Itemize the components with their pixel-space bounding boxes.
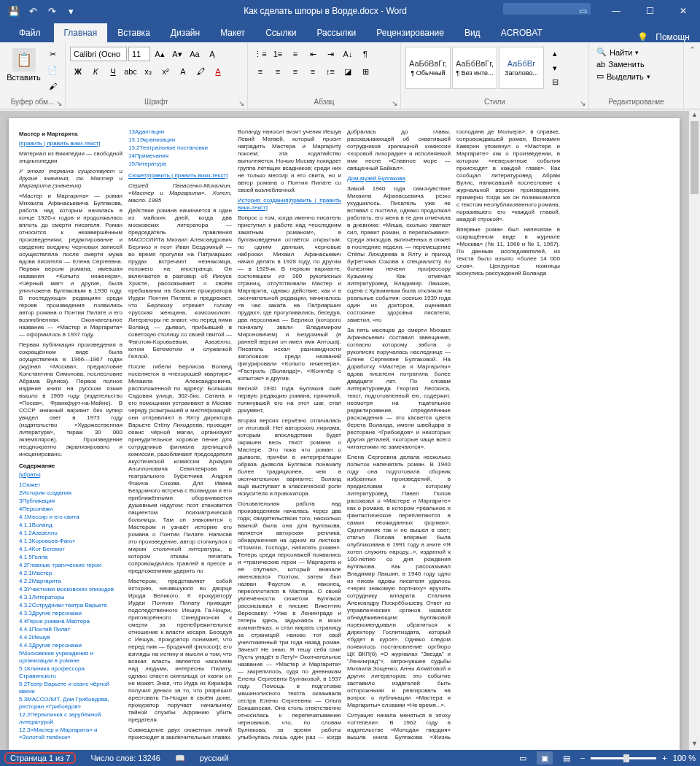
toc-entry[interactable]: 1Сюжет [19, 481, 122, 489]
maximize-icon[interactable]: ☐ [633, 0, 666, 22]
toc-entry[interactable]: 4.3.2Сотрудники театра Варьете [19, 602, 122, 609]
toc-entry[interactable]: 12.3«Мастер и Маргарита» и «Золотой телё… [19, 727, 122, 741]
toc-entry[interactable]: 4.1.1Воланд [19, 522, 122, 529]
toc-entry[interactable]: 13.1Экранизации [128, 136, 232, 144]
toc-entry[interactable]: 5.2Театр Варьете и сеанс чёрной магии [19, 681, 122, 695]
toc-entry[interactable]: 4.4Герои романа Мастера [19, 618, 122, 625]
undo-icon[interactable]: ↶ [25, 3, 41, 19]
status-language[interactable]: русский [200, 754, 228, 762]
redo-icon[interactable]: ↷ [44, 3, 60, 19]
tab-view[interactable]: Вид [454, 23, 491, 42]
change-case-icon[interactable]: Aa [187, 47, 203, 61]
tab-design[interactable]: Дизайн [160, 23, 210, 42]
line-spacing-icon[interactable]: ↕≡ [322, 64, 338, 79]
font-launcher-icon[interactable]: ↘ [238, 99, 244, 107]
toc-entry[interactable]: 4Персонажи [19, 506, 122, 513]
justify-icon[interactable]: ≡ [305, 64, 321, 79]
zoom-in-icon[interactable]: + [662, 754, 666, 762]
toc-entry[interactable]: 4.1.5Гелла [19, 554, 122, 561]
tab-acrobat[interactable]: ACROBAT [491, 23, 553, 42]
tab-file[interactable]: Файл [6, 23, 54, 42]
copy-icon[interactable]: 📄 [44, 63, 61, 77]
status-page[interactable]: Страница 1 из 7 [4, 752, 76, 764]
view-print-icon[interactable]: ▣ [537, 751, 553, 765]
toc-entry[interactable]: 3Публикация [19, 498, 122, 505]
toc-entry[interactable]: 5Московские учреждения и организации в р… [19, 650, 122, 665]
clear-format-icon[interactable]: Ą [204, 47, 220, 61]
toc-entry[interactable]: 4.1.4Кот Бегемот [19, 546, 122, 553]
zoom-slider[interactable] [591, 757, 656, 759]
zoom-level[interactable]: 100 % [673, 754, 696, 762]
font-color-icon[interactable]: A [210, 64, 226, 79]
toc-entry[interactable]: 4.2.1Мастер [19, 570, 122, 577]
styles-down-icon[interactable]: ▾ [547, 61, 563, 75]
strike-icon[interactable]: abc [122, 64, 139, 79]
minimize-icon[interactable]: — [599, 0, 633, 22]
toc-entry[interactable]: 12.2Перекличка с зарубежной литературой [19, 711, 122, 726]
toc-entry[interactable]: 15Литература [128, 160, 232, 168]
close-icon[interactable]: ✕ [666, 0, 700, 22]
toc-entry[interactable]: 14Примечания [128, 152, 232, 160]
numbering-icon[interactable]: 1≡ [270, 47, 286, 61]
toc-entry[interactable]: 5.3МАССОЛИТ, Дом Грибоедова, ресторан «Г… [19, 696, 122, 711]
toc-entry[interactable]: 4.2.2Маргарита [19, 578, 122, 585]
increase-indent-icon[interactable]: ⇥ [322, 47, 338, 61]
select-button[interactable]: ▭Выделить▾ [594, 71, 653, 82]
tab-review[interactable]: Рецензирование [366, 23, 454, 42]
shading-icon[interactable]: ◪ [340, 64, 356, 79]
zoom-out-icon[interactable]: − [580, 754, 585, 762]
text-effects-icon[interactable]: A [175, 64, 191, 79]
align-right-icon[interactable]: ≡ [287, 64, 303, 79]
tab-insert[interactable]: Вставка [107, 23, 160, 42]
toc-entry[interactable]: 4.3.1Литераторы [19, 594, 122, 601]
bullets-icon[interactable]: ⋮≡ [252, 47, 268, 61]
style-heading1[interactable]: АаБбВг Заголово... [499, 47, 544, 89]
toc-entry[interactable]: 2История создания [19, 490, 122, 497]
paste-button[interactable]: 📋 Вставить [4, 47, 43, 83]
highlight-icon[interactable]: 🖍 [192, 64, 209, 79]
paragraph-launcher-icon[interactable]: ↘ [392, 99, 397, 107]
scroll-up-icon[interactable]: ▲ [689, 111, 700, 121]
tab-home[interactable]: Главная [54, 23, 108, 42]
view-read-icon[interactable]: ▭ [515, 751, 531, 765]
find-button[interactable]: 🔍Найти▾ [594, 47, 653, 58]
toc-entry[interactable]: 4.2Главные трагические герои [19, 562, 122, 569]
grow-font-icon[interactable]: A▴ [152, 47, 168, 61]
align-left-icon[interactable]: ≡ [252, 64, 268, 79]
tab-mailings[interactable]: Рассылки [306, 23, 366, 42]
superscript-icon[interactable]: x² [158, 64, 174, 79]
font-name-combo[interactable]: Calibri (Осно [70, 47, 127, 61]
italic-icon[interactable]: К [88, 64, 104, 79]
toc-entry[interactable]: 4.4.3Другие персонажи [19, 642, 122, 649]
save-icon[interactable]: 💾 [6, 3, 22, 19]
styles-up-icon[interactable]: ▴ [547, 47, 563, 61]
toc-entry[interactable]: 5.1Клиника профессора Стравинского [19, 665, 122, 680]
toc-entry[interactable]: 13Адаптации [128, 128, 232, 136]
style-normal[interactable]: АаБбВвГг, ¶ Обычный [405, 47, 451, 89]
scroll-thumb[interactable] [691, 121, 699, 194]
toc-entry[interactable]: 4.1.2Азазелло [19, 530, 122, 537]
collapse-ribbon-icon[interactable]: ⌃ [689, 45, 696, 55]
clipboard-launcher-icon[interactable]: ↘ [56, 99, 62, 107]
styles-more-icon[interactable]: ⊟ [547, 75, 563, 89]
qat-customize-icon[interactable]: ▾ [63, 3, 79, 19]
help-label[interactable]: Помощн [656, 32, 690, 42]
toc-entry[interactable]: 4.1.3Коровьев-Фагот [19, 538, 122, 545]
view-web-icon[interactable]: ▤ [559, 751, 575, 765]
status-proofing-icon[interactable]: 📖 [175, 754, 185, 763]
underline-icon[interactable]: Ч [105, 64, 121, 79]
styles-launcher-icon[interactable]: ↘ [580, 99, 586, 107]
help-icon[interactable]: 💡 [637, 32, 648, 42]
replace-button[interactable]: abЗаменить [594, 59, 653, 69]
shrink-font-icon[interactable]: A▾ [169, 47, 185, 61]
multilevel-icon[interactable]: ≡ [287, 47, 303, 61]
format-painter-icon[interactable]: 🖌 [44, 79, 61, 93]
cut-icon[interactable]: ✂ [44, 47, 61, 61]
tab-references[interactable]: Ссылки [255, 23, 306, 42]
show-marks-icon[interactable]: ¶ [357, 47, 373, 61]
toc-entry[interactable]: 4.3Участники московских эпизодов [19, 586, 122, 593]
toc-entry[interactable]: 13.2Театральные постановки [128, 144, 232, 152]
bold-icon[interactable]: Ж [70, 64, 86, 79]
toc-entry[interactable]: 4.3.3Другие персонажи [19, 610, 122, 617]
borders-icon[interactable]: ⊞ [357, 64, 373, 79]
